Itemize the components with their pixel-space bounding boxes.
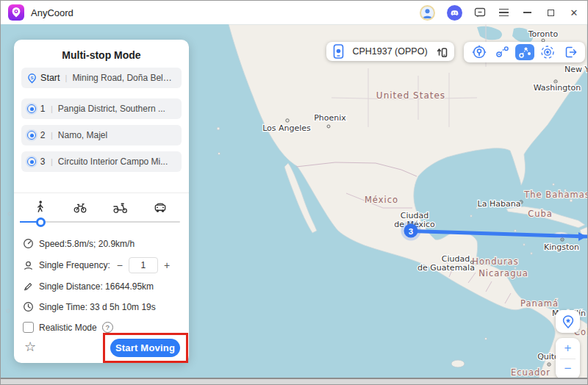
distance-row: Single Distance: 16644.95km xyxy=(23,281,182,292)
multi-stop-mode-icon xyxy=(517,45,532,60)
map-label-country: Ecuador xyxy=(511,367,551,378)
stop-address: Pangia District, Southern ... xyxy=(58,104,165,114)
realistic-mode-checkbox[interactable] xyxy=(23,322,34,333)
favorite-star-icon[interactable]: ☆ xyxy=(24,339,36,354)
titlebar: AnyCoord xyxy=(1,1,587,24)
slider-handle[interactable] xyxy=(36,217,46,227)
svg-text:S: S xyxy=(31,74,34,79)
start-location-row[interactable]: S Start | Mining Road, Doña Belen ... xyxy=(21,68,182,88)
frequency-stepper: − + xyxy=(117,257,170,273)
exit-icon xyxy=(563,45,578,60)
stop-number: 1 xyxy=(40,104,46,114)
zoom-controls: + − xyxy=(556,338,580,379)
maximize-button[interactable] xyxy=(545,7,556,18)
anycoord-logo-icon xyxy=(8,4,24,21)
stop-row-3[interactable]: 3 | Circuito Interior Campo Mi... xyxy=(21,151,182,172)
discord-icon[interactable] xyxy=(447,5,462,21)
device-selector[interactable]: CPH1937 (OPPO) xyxy=(326,42,454,61)
stop-row-2[interactable]: 2 | Namo, Majel xyxy=(21,125,182,145)
teleport-mode-icon xyxy=(472,45,487,60)
start-address: Mining Road, Doña Belen ... xyxy=(72,73,176,83)
speed-row: Speed:5.8m/s; 20.9km/h xyxy=(23,238,182,249)
frequency-label: Single Frequency: xyxy=(39,260,110,270)
scooter-mode-tab[interactable] xyxy=(100,198,140,215)
help-icon[interactable]: ? xyxy=(102,322,113,333)
map-label-city: La Habana xyxy=(478,199,521,209)
app-window: AnyCoord xyxy=(0,0,588,385)
stop-number: 3 xyxy=(40,156,46,167)
user-avatar[interactable] xyxy=(420,5,435,21)
mode-two-spot-button[interactable] xyxy=(492,44,512,60)
mode-teleport-button[interactable] xyxy=(470,44,489,60)
car-mode-tab[interactable] xyxy=(140,198,181,215)
map-label-city: Los Angeles xyxy=(262,123,311,133)
main-menu-icon[interactable] xyxy=(498,7,509,18)
map-label-city: Toronto xyxy=(528,29,559,39)
joystick-mode-icon xyxy=(540,45,555,60)
stop-dot-icon xyxy=(27,104,36,113)
bike-mode-tab[interactable] xyxy=(60,198,101,215)
zoom-in-button[interactable]: + xyxy=(556,338,580,359)
favorites-button[interactable] xyxy=(556,310,580,333)
map-label-city: Washington xyxy=(534,83,581,93)
map-label-city: Phoenix xyxy=(314,113,346,123)
stop-row-1[interactable]: 1 | Pangia District, Southern ... xyxy=(21,98,182,119)
map-label-city: New York xyxy=(564,65,587,74)
multi-stop-panel: Multi-stop Mode S Start | Mining Road, D… xyxy=(14,40,189,363)
separator: | xyxy=(49,104,54,113)
frequency-input[interactable] xyxy=(129,257,158,273)
frequency-row: Single Frequency: − + xyxy=(23,257,182,273)
stop-number: 2 xyxy=(40,130,46,140)
annotation-highlight-box xyxy=(103,333,188,363)
frequency-minus-button[interactable]: − xyxy=(117,260,123,270)
stop-address: Circuito Interior Campo Mi... xyxy=(58,156,168,167)
stop-marker-label: 3 xyxy=(409,227,413,236)
pin-star-icon xyxy=(561,314,576,329)
distance-icon xyxy=(23,281,34,292)
start-pin-icon: S xyxy=(27,73,37,84)
map-label-country: Nicaragua xyxy=(478,268,528,278)
realistic-mode-row: Realistic Mode ? xyxy=(23,322,182,333)
clock-icon xyxy=(23,301,34,312)
map-label-country: The Bahamas xyxy=(523,190,587,200)
close-button[interactable]: ✕ xyxy=(568,7,580,18)
stop-address: Namo, Majel xyxy=(58,130,107,140)
scooter-icon xyxy=(112,200,128,214)
minimize-button[interactable] xyxy=(521,7,533,18)
transport-mode-tabs xyxy=(20,198,180,215)
stop-dot-icon xyxy=(27,131,36,140)
window-bottom-edge xyxy=(1,378,587,384)
stop-dot-icon xyxy=(27,157,36,166)
panel-divider xyxy=(14,192,189,193)
map-label-country: United States xyxy=(376,90,445,101)
map-area: United States México Cuba The Bahamas Ho… xyxy=(1,24,587,379)
switch-device-icon[interactable] xyxy=(436,46,448,58)
panel-title: Multi-stop Mode xyxy=(14,49,189,61)
app-title: AnyCoord xyxy=(31,7,74,18)
mode-multi-stop-button[interactable] xyxy=(515,44,534,60)
feedback-icon[interactable] xyxy=(474,7,486,18)
time-row: Single Time: 33 d 5h 10m 19s xyxy=(23,301,182,312)
separator: | xyxy=(49,157,54,166)
exit-mode-button[interactable] xyxy=(561,44,580,60)
map-label-country: México xyxy=(365,195,398,205)
walk-mode-tab[interactable] xyxy=(20,198,60,215)
map-label-country: Honduras xyxy=(472,256,518,267)
mode-joystick-button[interactable] xyxy=(538,44,557,60)
distance-text: Single Distance: 16644.95km xyxy=(39,281,154,292)
start-label: Start xyxy=(40,73,60,83)
frequency-plus-button[interactable]: + xyxy=(164,260,170,270)
speed-slider[interactable] xyxy=(20,221,180,223)
separator: | xyxy=(49,131,54,140)
phone-icon xyxy=(333,44,344,59)
two-spot-mode-icon xyxy=(495,45,509,60)
frequency-icon xyxy=(23,260,34,271)
walk-icon xyxy=(33,200,47,214)
speed-text: Speed:5.8m/s; 20.9km/h xyxy=(39,239,135,249)
speedometer-icon xyxy=(23,238,34,249)
zoom-out-button[interactable]: − xyxy=(556,359,580,380)
map-label-country: Cuba xyxy=(528,209,553,219)
car-icon xyxy=(153,200,168,214)
separator: | xyxy=(64,73,69,82)
time-text: Single Time: 33 d 5h 10m 19s xyxy=(39,302,156,312)
